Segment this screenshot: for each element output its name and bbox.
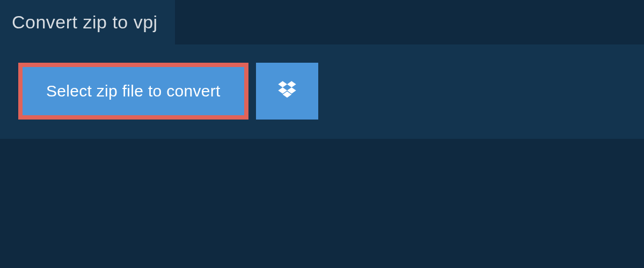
select-file-button[interactable]: Select zip file to convert — [18, 63, 248, 120]
page-title: Convert zip to vpj — [12, 12, 158, 32]
dropbox-icon — [276, 79, 298, 103]
page-title-tab: Convert zip to vpj — [0, 0, 175, 44]
select-file-label: Select zip file to convert — [46, 82, 221, 100]
button-row: Select zip file to convert — [18, 63, 626, 120]
dropbox-button[interactable] — [256, 63, 318, 120]
upload-panel: Select zip file to convert — [0, 44, 644, 139]
